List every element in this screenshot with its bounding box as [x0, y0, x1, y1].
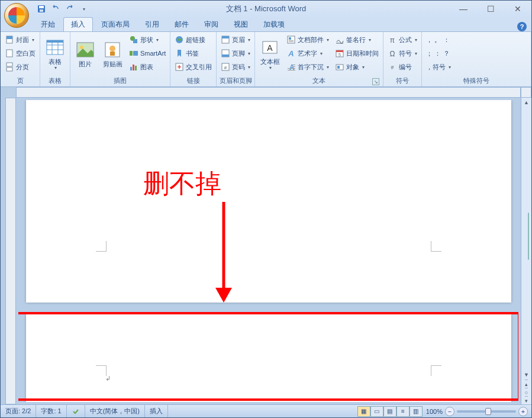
- undo-button[interactable]: [49, 2, 62, 15]
- tab-mailings[interactable]: 邮件: [167, 18, 196, 31]
- clipart-button[interactable]: 剪贴画: [100, 33, 125, 75]
- vertical-scrollbar[interactable]: ▲ ▼ ▴ ○ ▾: [521, 98, 531, 404]
- view-draft[interactable]: ▥: [410, 406, 423, 417]
- blank-page-button[interactable]: 空白页: [3, 47, 37, 60]
- scroll-up-icon[interactable]: ▲: [521, 98, 531, 107]
- svg-rect-24: [133, 65, 134, 70]
- svg-rect-22: [133, 51, 138, 56]
- status-word-count[interactable]: 字数: 1: [36, 405, 66, 417]
- save-button[interactable]: [35, 2, 48, 15]
- punct-row-1[interactable]: ， 。 ：: [424, 33, 453, 46]
- office-button[interactable]: [4, 3, 29, 28]
- zoom-controls: 100% − +: [423, 407, 531, 416]
- zoom-slider[interactable]: [457, 410, 516, 413]
- view-web-layout[interactable]: ▤: [383, 406, 396, 417]
- zoom-knob[interactable]: [485, 408, 491, 415]
- hyperlink-icon: [175, 35, 184, 44]
- datetime-button[interactable]: 5日期和时间: [333, 47, 381, 60]
- page-break-button[interactable]: 分页: [3, 60, 37, 73]
- tab-addins[interactable]: 加载项: [256, 18, 292, 31]
- punct-row-3[interactable]: ，符号▾: [424, 60, 453, 73]
- picture-button[interactable]: 图片: [73, 33, 98, 75]
- header-button[interactable]: 页眉▾: [219, 33, 252, 46]
- quick-parts-button[interactable]: 文档部件▾: [285, 33, 331, 46]
- chart-button[interactable]: 图表: [127, 60, 167, 73]
- punct-row-2[interactable]: ； ： ？: [424, 47, 453, 60]
- page-number-button[interactable]: #页码▾: [219, 60, 252, 73]
- tab-view[interactable]: 视图: [227, 18, 255, 31]
- svg-rect-44: [288, 68, 295, 69]
- datetime-icon: 5: [335, 49, 344, 58]
- dialog-launcher-icon[interactable]: ↘: [372, 78, 379, 85]
- qat-customize[interactable]: ▾: [78, 2, 91, 15]
- tab-references[interactable]: 引用: [138, 18, 166, 31]
- cover-page-button[interactable]: 封面▾: [3, 33, 37, 46]
- status-language[interactable]: 中文(简体，中国): [85, 405, 145, 417]
- browse-next-icon[interactable]: ▾: [525, 396, 528, 404]
- close-button[interactable]: ✕: [504, 2, 531, 16]
- footer-button[interactable]: 页脚▾: [219, 47, 252, 60]
- equation-icon: π: [388, 35, 397, 44]
- textbox-button[interactable]: A 文本框▾: [257, 33, 282, 75]
- svg-rect-29: [222, 36, 229, 38]
- signature-line-button[interactable]: 签名行▾: [333, 33, 381, 46]
- zoom-out-button[interactable]: −: [445, 407, 454, 416]
- document-area: ▲ ▼ ▴ ○ ▾ 删不掉 ↲: [1, 87, 531, 404]
- zoom-level[interactable]: 100%: [426, 408, 443, 415]
- redo-button[interactable]: [63, 2, 76, 15]
- object-button[interactable]: 对象▾: [333, 60, 381, 73]
- minimize-button[interactable]: —: [450, 2, 477, 16]
- maximize-button[interactable]: ☐: [477, 2, 504, 16]
- shapes-icon: [129, 35, 138, 44]
- group-label-tables: 表格: [43, 75, 67, 86]
- wordart-button[interactable]: A艺术字▾: [285, 47, 331, 60]
- drop-cap-button[interactable]: A首字下沉▾: [285, 60, 331, 73]
- blank-page-icon: [5, 49, 14, 58]
- window-title: 文档 1 - Microsoft Word: [226, 4, 307, 14]
- status-proofing[interactable]: [67, 405, 85, 417]
- page-1[interactable]: 删不掉: [26, 100, 511, 303]
- bookmark-button[interactable]: 书签: [173, 47, 214, 60]
- equation-button[interactable]: π公式▾: [386, 33, 419, 46]
- ruler-toggle[interactable]: [521, 87, 531, 98]
- scroll-thumb[interactable]: [528, 213, 529, 260]
- word-window: ▾ 文档 1 - Microsoft Word — ☐ ✕ 开始 插入 页面布局…: [0, 0, 532, 418]
- symbol-button[interactable]: Ω符号▾: [386, 47, 419, 60]
- smartart-button[interactable]: SmartArt: [127, 47, 167, 60]
- cross-reference-button[interactable]: 交叉引用: [173, 60, 214, 73]
- svg-rect-2: [40, 9, 43, 12]
- view-outline[interactable]: ≡: [396, 406, 410, 417]
- browse-object-icon[interactable]: ○: [525, 388, 528, 396]
- status-page[interactable]: 页面: 2/2: [1, 405, 36, 417]
- vertical-ruler[interactable]: [5, 98, 16, 404]
- svg-text:#: #: [224, 65, 227, 70]
- view-full-screen[interactable]: ▭: [370, 406, 383, 417]
- numbering-button[interactable]: #编号: [386, 60, 419, 73]
- shapes-button[interactable]: 形状▾: [127, 33, 167, 46]
- tab-home[interactable]: 开始: [34, 18, 62, 31]
- textbox-icon: A: [260, 38, 279, 57]
- cross-ref-icon: [175, 62, 184, 72]
- tab-review[interactable]: 审阅: [197, 18, 225, 31]
- hyperlink-button[interactable]: 超链接: [173, 33, 214, 46]
- group-label-pages: 页: [3, 75, 37, 86]
- view-print-layout[interactable]: ▦: [357, 406, 370, 417]
- help-icon[interactable]: ?: [517, 22, 527, 31]
- status-insert-mode[interactable]: 插入: [145, 405, 168, 417]
- tab-page-layout[interactable]: 页面布局: [94, 18, 137, 31]
- symbol-icon: Ω: [388, 49, 397, 58]
- svg-rect-42: [292, 65, 295, 65]
- table-button[interactable]: 表格▾: [43, 33, 67, 75]
- browse-prev-icon[interactable]: ▴: [525, 380, 528, 388]
- scroll-down-icon[interactable]: ▼: [521, 370, 531, 380]
- horizontal-ruler[interactable]: [16, 87, 521, 98]
- zoom-in-button[interactable]: +: [518, 407, 528, 416]
- tab-insert[interactable]: 插入: [63, 17, 93, 31]
- status-bar: 页面: 2/2 字数: 1 中文(简体，中国) 插入 ▦ ▭ ▤ ≡ ▥ 100…: [1, 404, 531, 417]
- group-label-illustrations: 插图: [73, 75, 167, 86]
- svg-rect-1: [39, 6, 44, 8]
- page-canvas[interactable]: 删不掉 ↲: [18, 100, 518, 402]
- page-2[interactable]: ↲: [26, 314, 511, 402]
- titlebar: ▾ 文档 1 - Microsoft Word — ☐ ✕: [1, 1, 531, 17]
- footer-icon: [221, 49, 230, 58]
